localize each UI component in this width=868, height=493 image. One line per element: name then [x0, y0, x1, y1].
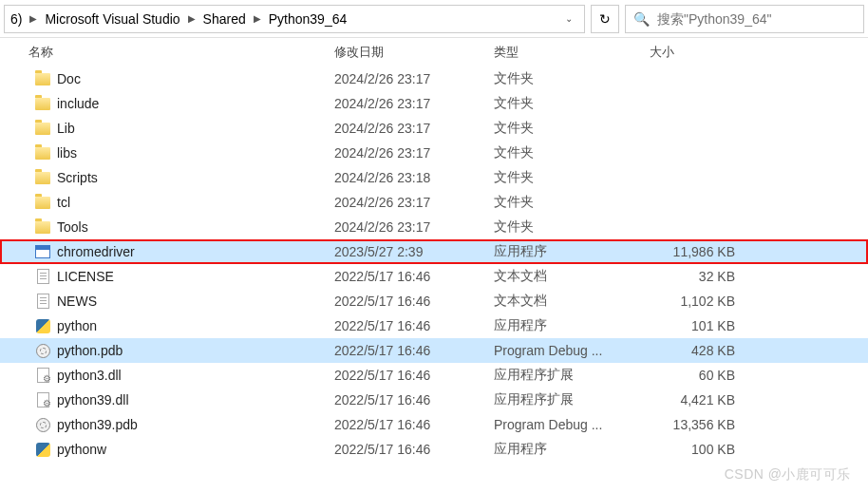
file-type: 文件夹 [494, 169, 650, 186]
file-date: 2022/5/17 16:46 [334, 318, 494, 333]
header-size[interactable]: 大小 [650, 38, 746, 66]
file-name: Lib [57, 121, 75, 136]
py-icon [34, 319, 51, 333]
file-name: tcl [57, 195, 70, 210]
chevron-right-icon[interactable]: ▶ [26, 13, 41, 24]
file-name: chromedriver [57, 244, 135, 259]
breadcrumb-seg-0[interactable]: Microsoft Visual Studio [41, 11, 183, 27]
file-date: 2024/2/26 23:17 [334, 195, 494, 210]
file-size: 13,356 KB [650, 417, 746, 432]
file-row[interactable]: Scripts2024/2/26 23:18文件夹 [0, 165, 868, 190]
file-name: python39.pdb [57, 417, 138, 432]
search-input[interactable] [657, 11, 856, 27]
header-date[interactable]: 修改日期 [334, 38, 494, 66]
file-date: 2022/5/17 16:46 [334, 442, 494, 457]
file-row[interactable]: python39.dll2022/5/17 16:46应用程序扩展4,421 K… [0, 388, 868, 412]
header-name[interactable]: 名称 [0, 38, 334, 66]
search-icon: 🔍 [633, 11, 650, 27]
file-date: 2024/2/26 23:18 [334, 170, 494, 185]
breadcrumb-root[interactable]: 6) [7, 11, 26, 27]
file-type: 文件夹 [494, 144, 650, 161]
file-name: NEWS [57, 294, 97, 309]
file-type: 文件夹 [494, 194, 650, 211]
column-headers: 名称 修改日期 类型 大小 [0, 38, 868, 66]
breadcrumb-seg-1[interactable]: Shared [199, 11, 250, 27]
file-type: Program Debug ... [494, 417, 650, 432]
file-name: python [57, 318, 97, 333]
file-type: 文件夹 [494, 95, 650, 112]
folder-icon [34, 197, 51, 209]
file-type: 应用程序 [494, 243, 650, 260]
file-list[interactable]: Doc2024/2/26 23:17文件夹include2024/2/26 23… [0, 66, 868, 493]
exe-icon [34, 245, 51, 258]
file-name: include [57, 96, 99, 111]
file-row[interactable]: tcl2024/2/26 23:17文件夹 [0, 190, 868, 215]
file-name: Scripts [57, 170, 98, 185]
folder-icon [34, 221, 51, 234]
txt-icon [34, 294, 51, 309]
file-row[interactable]: chromedriver2023/5/27 2:39应用程序11,986 KB [0, 239, 868, 264]
file-size: 100 KB [650, 442, 746, 457]
file-row[interactable]: pythonw2022/5/17 16:46应用程序100 KB [0, 437, 868, 462]
file-row[interactable]: include2024/2/26 23:17文件夹 [0, 91, 868, 116]
file-type: 文件夹 [494, 218, 650, 236]
file-type: 文本文档 [494, 268, 650, 285]
file-row[interactable]: NEWS2022/5/17 16:46文本文档1,102 KB [0, 289, 868, 313]
file-type: 应用程序 [494, 317, 650, 334]
file-date: 2022/5/17 16:46 [334, 294, 494, 309]
file-row[interactable]: python.pdb2022/5/17 16:46Program Debug .… [0, 338, 868, 363]
chevron-down-icon[interactable]: ⌄ [556, 13, 582, 24]
file-size: 428 KB [650, 343, 746, 358]
folder-icon [34, 73, 51, 85]
pdb-icon [34, 418, 51, 432]
file-row[interactable]: libs2024/2/26 23:17文件夹 [0, 141, 868, 165]
file-type: 文本文档 [494, 293, 650, 310]
file-type: Program Debug ... [494, 343, 650, 358]
breadcrumb-seg-2[interactable]: Python39_64 [265, 11, 351, 27]
file-size: 1,102 KB [650, 294, 746, 309]
search-box[interactable]: 🔍 [625, 5, 864, 33]
folder-icon [34, 147, 51, 160]
file-row[interactable]: Doc2024/2/26 23:17文件夹 [0, 66, 868, 91]
file-date: 2023/5/27 2:39 [334, 244, 494, 259]
file-row[interactable]: python3.dll2022/5/17 16:46应用程序扩展60 KB [0, 363, 868, 388]
file-type: 文件夹 [494, 120, 650, 137]
folder-icon [34, 98, 51, 110]
file-row[interactable]: python39.pdb2022/5/17 16:46Program Debug… [0, 412, 868, 437]
file-name: python39.dll [57, 392, 129, 408]
file-row[interactable]: Lib2024/2/26 23:17文件夹 [0, 116, 868, 141]
file-date: 2022/5/17 16:46 [334, 269, 494, 284]
file-name: LICENSE [57, 269, 114, 284]
file-type: 文件夹 [494, 70, 650, 87]
file-date: 2022/5/17 16:46 [334, 417, 494, 432]
header-type[interactable]: 类型 [494, 38, 650, 66]
file-name: libs [57, 145, 77, 161]
chevron-right-icon[interactable]: ▶ [250, 13, 265, 24]
file-date: 2024/2/26 23:17 [334, 96, 494, 111]
file-date: 2024/2/26 23:17 [334, 121, 494, 136]
file-size: 4,421 KB [650, 392, 746, 408]
breadcrumb[interactable]: 6) ▶ Microsoft Visual Studio ▶ Shared ▶ … [4, 5, 585, 33]
folder-icon [34, 172, 51, 184]
file-size: 101 KB [650, 318, 746, 333]
file-date: 2022/5/17 16:46 [334, 368, 494, 383]
file-date: 2022/5/17 16:46 [334, 343, 494, 358]
file-size: 32 KB [650, 269, 746, 284]
file-type: 应用程序扩展 [494, 367, 650, 384]
file-size: 11,986 KB [650, 244, 746, 259]
dll-icon [34, 368, 51, 383]
file-type: 应用程序扩展 [494, 391, 650, 408]
file-name: pythonw [57, 442, 106, 457]
file-size: 60 KB [650, 368, 746, 383]
file-date: 2024/2/26 23:17 [334, 71, 494, 86]
refresh-button[interactable]: ↻ [591, 5, 619, 33]
refresh-icon: ↻ [599, 11, 611, 27]
dll-icon [34, 392, 51, 408]
file-row[interactable]: python2022/5/17 16:46应用程序101 KB [0, 313, 868, 338]
file-name: Tools [57, 219, 88, 235]
py-icon [34, 443, 51, 457]
file-row[interactable]: Tools2024/2/26 23:17文件夹 [0, 215, 868, 239]
file-row[interactable]: LICENSE2022/5/17 16:46文本文档32 KB [0, 264, 868, 289]
file-date: 2022/5/17 16:46 [334, 392, 494, 408]
chevron-right-icon[interactable]: ▶ [184, 13, 199, 24]
